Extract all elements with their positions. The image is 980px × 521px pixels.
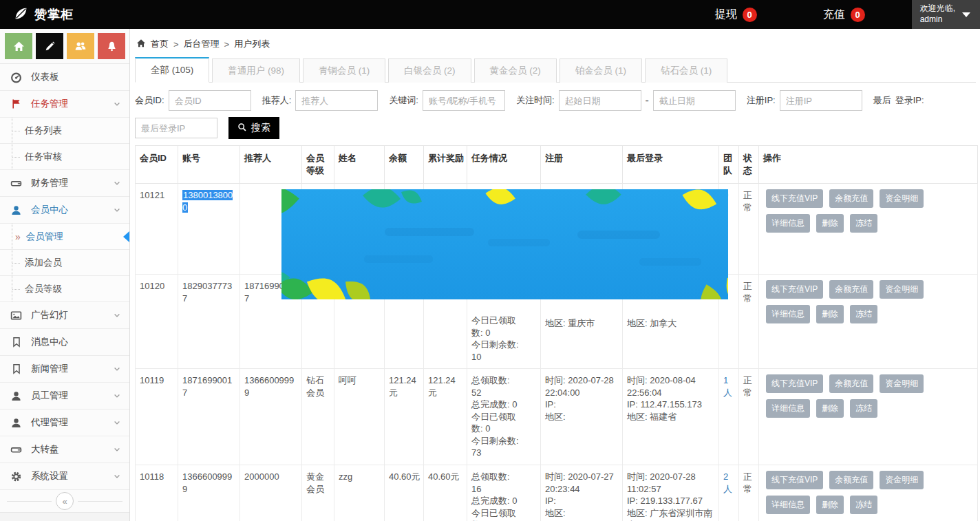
offline-recharge-vip-button[interactable]: 线下充值VIP — [766, 280, 823, 299]
breadcrumb-admin[interactable]: 后台管理 — [184, 38, 220, 50]
users-quick-icon[interactable] — [67, 33, 94, 59]
cell-level: 黄金会员 — [302, 465, 334, 521]
selected-text: 13800138000 — [182, 190, 233, 213]
bell-quick-icon[interactable] — [98, 33, 125, 59]
search-button[interactable]: 搜索 — [228, 117, 279, 139]
fund-details-button[interactable]: 资金明细 — [880, 189, 924, 208]
col-actions: 操作 — [759, 146, 978, 184]
tab-platinum-member[interactable]: 铂金会员 (1) — [560, 59, 642, 83]
topbar: 赞掌柜 提现 0 充值 0 欢迎光临, admin — [0, 0, 980, 29]
cell-reward: 40.60元 — [424, 465, 467, 521]
tab-all[interactable]: 全部 (105) — [135, 57, 209, 83]
fund-details-button[interactable]: 资金明细 — [880, 374, 924, 393]
withdraw-menu[interactable]: 提现 0 — [715, 8, 757, 22]
detail-info-button[interactable]: 详细信息 — [766, 399, 810, 418]
sidebar-item-staff-management[interactable]: 员工管理 — [0, 383, 129, 410]
freeze-button[interactable]: 冻结 — [850, 399, 877, 418]
freeze-button[interactable]: 冻结 — [850, 496, 877, 514]
sidebar-item-finance-management[interactable]: 财务管理 — [0, 170, 129, 197]
cell-last-login: 时间: 2020-08-04 22:56:04 IP: 112.47.155.1… — [623, 369, 719, 465]
tab-normal-user[interactable]: 普通用户 (98) — [212, 59, 300, 83]
sidebar-footer — [0, 512, 129, 521]
keyword-input[interactable] — [423, 90, 505, 111]
col-member-id: 会员ID — [136, 146, 178, 184]
sidebar-collapse-button[interactable]: « — [56, 492, 74, 510]
sidebar-item-task-review[interactable]: 任务审核 — [0, 144, 129, 170]
start-date-input[interactable] — [559, 90, 641, 111]
tab-bronze-member[interactable]: 青铜会员 (1) — [303, 59, 385, 83]
cell-status: 正常 — [739, 369, 759, 465]
hdd-icon — [10, 178, 22, 189]
col-last-login: 最后登录 — [623, 146, 719, 184]
flag-icon — [10, 98, 22, 110]
col-status: 状态 — [739, 146, 759, 184]
sidebar-item-member-management[interactable]: » 会员管理 — [0, 224, 129, 250]
sidebar-item-member-level[interactable]: 会员等级 — [0, 276, 129, 302]
offline-recharge-vip-button[interactable]: 线下充值VIP — [766, 374, 823, 393]
app-logo: 赞掌柜 — [0, 6, 131, 23]
detail-info-button[interactable]: 详细信息 — [766, 496, 810, 514]
sidebar-item-dashboard[interactable]: 仪表板 — [0, 64, 129, 91]
tab-diamond-member[interactable]: 钻石会员 (1) — [645, 59, 727, 83]
delete-button[interactable]: 删除 — [816, 399, 844, 418]
recharge-menu[interactable]: 充值 0 — [823, 8, 865, 22]
sidebar-item-news-management[interactable]: 新闻管理 — [0, 356, 129, 383]
register-ip-input[interactable] — [780, 90, 862, 111]
sidebar-item-lucky-wheel[interactable]: 大转盘 — [0, 436, 129, 463]
pencil-quick-icon[interactable] — [36, 33, 63, 59]
sidebar-item-ad-slides[interactable]: 广告幻灯 — [0, 302, 129, 329]
chevron-down-icon — [113, 311, 121, 319]
col-referrer: 推荐人 — [240, 146, 302, 184]
cell-member-id: 10118 — [136, 465, 178, 521]
balance-recharge-button[interactable]: 余额充值 — [829, 189, 873, 208]
home-quick-icon[interactable] — [5, 33, 32, 59]
user-icon — [10, 417, 22, 429]
balance-recharge-button[interactable]: 余额充值 — [829, 280, 873, 299]
freeze-button[interactable]: 冻结 — [850, 214, 877, 233]
sidebar-item-add-member[interactable]: 添加会员 — [0, 250, 129, 276]
cell-task: 总领取数: 52 总完成数: 0 今日已领取 数: 0 今日剩余数: 73 — [467, 369, 541, 465]
user-menu[interactable]: 欢迎光临, admin — [912, 0, 980, 29]
delete-button[interactable]: 删除 — [816, 305, 844, 323]
delete-button[interactable]: 删除 — [816, 214, 844, 233]
image-icon — [10, 310, 22, 321]
sidebar-item-task-list[interactable]: 任务列表 — [0, 118, 129, 144]
fund-details-button[interactable]: 资金明细 — [880, 471, 924, 489]
breadcrumb-home[interactable]: 首页 — [151, 38, 169, 50]
sidebar-item-task-management[interactable]: 任务管理 — [0, 91, 129, 118]
detail-info-button[interactable]: 详细信息 — [766, 305, 810, 323]
cell-status: 正常 — [739, 275, 759, 369]
balance-recharge-button[interactable]: 余额充值 — [829, 471, 873, 489]
offline-recharge-vip-button[interactable]: 线下充值VIP — [766, 189, 823, 208]
team-count-link[interactable]: 2 人 — [723, 471, 732, 494]
sidebar-collapse-row: « — [0, 490, 129, 512]
sidebar-item-system-settings[interactable]: 系统设置 — [0, 463, 129, 490]
sidebar-item-agent-management[interactable]: 代理管理 — [0, 410, 129, 436]
filter-bar: 会员ID: 推荐人: 关键词: 关注时间: - 注册IP: 最后 登录IP: 搜… — [135, 83, 976, 145]
table-header-row: 会员ID 账号 推荐人 会员等级 姓名 余额 累计奖励 任务情况 注册 最后登录… — [136, 146, 978, 184]
sidebar-item-member-center[interactable]: 会员中心 — [0, 197, 129, 224]
delete-button[interactable]: 删除 — [816, 496, 844, 514]
tab-silver-member[interactable]: 白银会员 (2) — [388, 59, 471, 83]
offline-recharge-vip-button[interactable]: 线下充值VIP — [766, 471, 823, 489]
balance-recharge-button[interactable]: 余额充值 — [829, 374, 873, 393]
member-id-input[interactable] — [169, 90, 251, 111]
username: admin — [920, 14, 955, 25]
cell-balance: 121.24元 — [385, 369, 424, 465]
sidebar: 仪表板 任务管理 任务列表 任务审核 财务管理 会员中心 — [0, 29, 130, 521]
fund-details-button[interactable]: 资金明细 — [880, 280, 924, 299]
chevron-down-icon — [113, 206, 121, 214]
breadcrumb: 首页 > 后台管理 > 用户列表 — [136, 38, 974, 50]
end-date-input[interactable] — [653, 90, 736, 111]
detail-info-button[interactable]: 详细信息 — [766, 214, 810, 233]
sidebar-item-message-center[interactable]: 消息中心 — [0, 329, 129, 356]
user-icon — [10, 390, 22, 402]
referrer-label: 推荐人: — [262, 94, 292, 107]
last-login-ip-input[interactable] — [135, 118, 217, 138]
member-id-label: 会员ID: — [135, 94, 164, 107]
referrer-input[interactable] — [295, 90, 378, 111]
col-reward: 累计奖励 — [424, 146, 467, 184]
tab-gold-member[interactable]: 黄金会员 (2) — [474, 59, 557, 83]
freeze-button[interactable]: 冻结 — [850, 305, 877, 323]
team-count-link[interactable]: 1 人 — [723, 375, 732, 398]
